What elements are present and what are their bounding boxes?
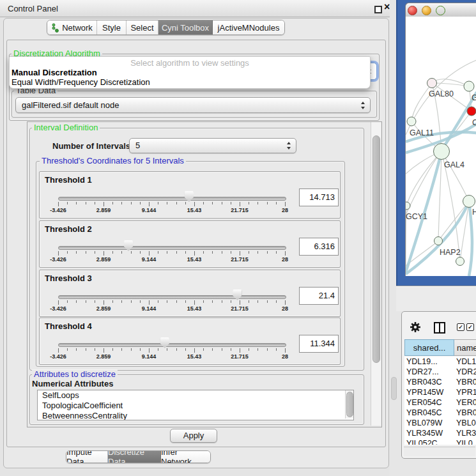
network-node[interactable] xyxy=(456,257,464,266)
table-cell-name: YLR3 xyxy=(456,428,476,438)
slider-tick xyxy=(149,202,150,206)
close-icon[interactable]: × xyxy=(384,1,390,13)
tab-impute-data[interactable]: Impute Data xyxy=(66,451,108,463)
column-layout-icon[interactable] xyxy=(434,322,445,334)
slider-tick-label: 21.715 xyxy=(224,353,256,360)
tab-discretize-data[interactable]: Discretize Data xyxy=(108,451,161,463)
table-row[interactable]: YBR045CYBR0 xyxy=(404,408,476,418)
network-edge[interactable] xyxy=(441,151,469,201)
popup-option-manual[interactable]: Manual Discretization xyxy=(12,68,97,77)
network-graph[interactable]: GAL80GACGAL11GAL4GCY1HHAP2 xyxy=(406,17,476,276)
slider-track[interactable] xyxy=(58,295,286,299)
slider-tick xyxy=(121,348,122,351)
network-node-gal4[interactable] xyxy=(434,144,450,160)
slider-tick xyxy=(249,202,249,204)
slider-tick-label: 2.859 xyxy=(88,207,119,213)
minimize-traffic-light-icon[interactable] xyxy=(422,6,431,15)
slider-tick-label: 28 xyxy=(269,207,301,213)
table-row[interactable]: YIL052CYIL0 xyxy=(404,438,476,445)
threshold-value-field[interactable]: 14.713 xyxy=(299,188,339,206)
vertical-scrollbar[interactable] xyxy=(371,122,381,426)
tab-cyni-toolbox[interactable]: Cyni Toolbox xyxy=(158,20,213,35)
network-edge-thick[interactable] xyxy=(441,92,476,151)
slider-tick-label: -3.426 xyxy=(42,256,74,263)
horizontal-scrollbar[interactable] xyxy=(404,447,475,456)
table-column-header-shared[interactable]: shared... xyxy=(404,339,454,356)
network-node-c[interactable] xyxy=(467,107,476,116)
tab-jactivemnodules[interactable]: jActiveMNodules xyxy=(213,20,284,35)
close-traffic-light-icon[interactable] xyxy=(408,6,417,15)
tab-network[interactable]: Network xyxy=(47,20,97,35)
slider-tick xyxy=(240,251,240,256)
popup-option-equal-width[interactable]: Equal Width/Frequency Discretization xyxy=(12,77,150,87)
tab-label: jActiveMNodules xyxy=(218,23,280,33)
panel-divider-handle[interactable] xyxy=(391,377,397,400)
list-item[interactable]: SelfLoops xyxy=(38,390,353,401)
slider-tick xyxy=(58,300,59,305)
network-node-ga[interactable] xyxy=(464,81,474,91)
table-row[interactable]: YER054CYER0 xyxy=(404,397,476,408)
slider-tick xyxy=(121,251,122,254)
gear-icon[interactable] xyxy=(410,321,421,333)
threshold-value-field[interactable]: 11.344 xyxy=(299,335,339,353)
table-cell-name: YBL0 xyxy=(456,418,476,428)
node-table[interactable]: YDL19...YDL1YDR27...YDR2YBR043CYBR0YPR14… xyxy=(404,357,476,445)
table-cell-shared-name: YBR045C xyxy=(406,408,454,418)
network-node-gal80[interactable] xyxy=(427,79,437,88)
checkbox-icon[interactable]: ✓ xyxy=(457,323,464,331)
slider-track[interactable] xyxy=(58,246,286,250)
table-row[interactable]: YPR145WYPR1 xyxy=(404,387,476,397)
slider-track[interactable] xyxy=(58,197,286,201)
network-edge[interactable] xyxy=(411,83,432,121)
threshold-value-field[interactable]: 6.316 xyxy=(299,238,339,256)
slider-track[interactable] xyxy=(58,343,286,347)
slider-tick xyxy=(231,300,231,303)
thresholds-group-title: Threshold's Coordinates for 5 Intervals xyxy=(40,157,186,165)
table-data-combo[interactable]: galFiltered.sif default node xyxy=(15,97,371,113)
slider-tick xyxy=(58,251,59,256)
slider-tick xyxy=(86,348,86,351)
apply-button[interactable]: Apply xyxy=(170,429,217,443)
zoom-traffic-light-icon[interactable] xyxy=(436,6,445,15)
network-node-gal11[interactable] xyxy=(407,117,416,126)
slider-tick xyxy=(203,202,204,204)
table-row[interactable]: YBL079WYBL0 xyxy=(404,418,476,428)
slider-tick xyxy=(140,251,141,254)
table-row[interactable]: YBR043CYBR0 xyxy=(404,377,476,387)
network-edge[interactable] xyxy=(406,151,441,215)
checkbox-icon[interactable]: ✓ xyxy=(466,323,474,331)
list-item[interactable]: BetweennessCentrality xyxy=(38,411,353,420)
attributes-scrollbar-thumb[interactable] xyxy=(346,392,353,417)
table-row[interactable]: YLR345WYLR3 xyxy=(404,428,476,438)
table-row[interactable]: YDL19...YDL1 xyxy=(404,357,476,367)
numerical-attributes-list[interactable]: SelfLoopsTopologicalCoefficientBetweenne… xyxy=(37,390,354,420)
number-of-intervals-value: 5 xyxy=(135,141,140,150)
slider-tick xyxy=(176,348,177,351)
network-node-hap2[interactable] xyxy=(434,237,443,245)
slider-tick xyxy=(95,251,95,254)
bottom-tab-bar: Impute DataDiscretize DataInfer Network xyxy=(66,450,211,463)
slider-tick-label: -3.426 xyxy=(42,353,74,360)
slider-tick xyxy=(104,348,104,353)
network-node-label: GAL4 xyxy=(444,160,464,169)
popup-placeholder-option[interactable]: Select algorithm to view settings xyxy=(10,58,370,68)
threshold-label: Threshold 2 xyxy=(45,224,92,234)
network-view-canvas[interactable]: GAL80GACGAL11GAL4GCY1HHAP2 xyxy=(405,17,476,276)
vertical-scrollbar-thumb[interactable] xyxy=(372,135,380,363)
table-row[interactable]: YDR27...YDR2 xyxy=(404,367,476,377)
slider-tick xyxy=(185,202,186,204)
float-window-icon[interactable] xyxy=(374,6,382,13)
network-edge[interactable] xyxy=(438,201,469,241)
table-cell-shared-name: YBR043C xyxy=(406,377,454,387)
network-node-gcy1[interactable] xyxy=(406,202,410,210)
tab-infer-network[interactable]: Infer Network xyxy=(161,451,210,463)
network-node-h[interactable] xyxy=(463,196,475,208)
table-column-header-name[interactable]: name xyxy=(454,339,476,356)
number-of-intervals-combo[interactable]: 5 xyxy=(129,138,296,153)
tab-select[interactable]: Select xyxy=(127,20,158,35)
list-item[interactable]: TopologicalCoefficient xyxy=(38,401,353,411)
attributes-list-scrollbar[interactable] xyxy=(345,390,353,418)
threshold-value-field[interactable]: 21.4 xyxy=(299,287,339,305)
slider-tick xyxy=(76,300,77,303)
tab-style[interactable]: Style xyxy=(97,20,127,35)
